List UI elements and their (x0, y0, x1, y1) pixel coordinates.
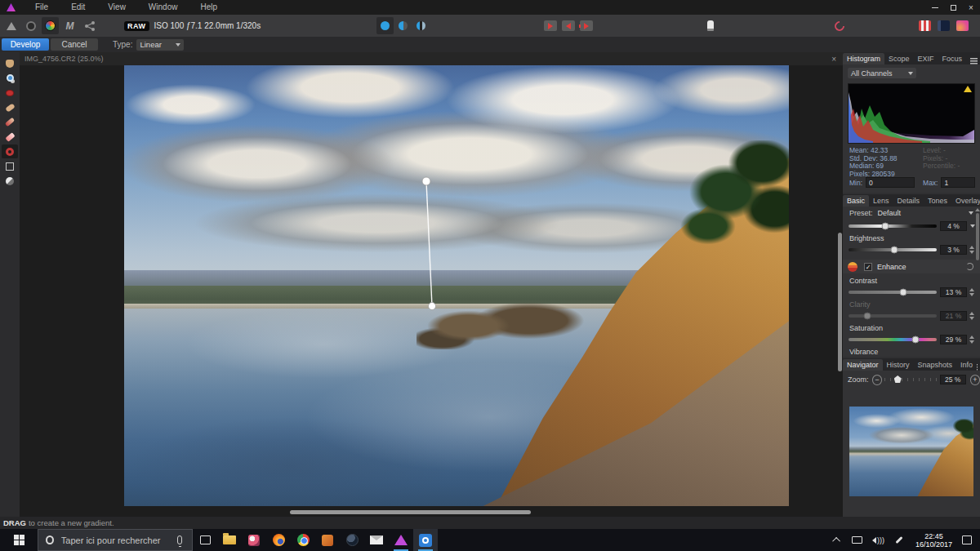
saturation-value[interactable]: 29 % (940, 335, 967, 344)
tab-info[interactable]: Info (956, 359, 977, 371)
store-app-button[interactable] (315, 529, 340, 551)
zoom-in-button[interactable]: + (970, 375, 980, 385)
min-input[interactable] (866, 177, 915, 188)
white-balance-tool[interactable] (2, 174, 18, 188)
clipped-shadows-icon[interactable] (562, 20, 575, 31)
document-close-icon[interactable]: × (831, 55, 836, 64)
menu-view[interactable]: View (96, 0, 137, 15)
warning-icon[interactable] (964, 86, 972, 92)
tab-details[interactable]: Details (893, 195, 924, 207)
tab-exif[interactable]: EXIF (914, 53, 938, 64)
search-input[interactable] (61, 535, 177, 545)
action-center-icon[interactable] (962, 535, 972, 544)
tab-focus[interactable]: Focus (938, 53, 967, 64)
menu-edit[interactable]: Edit (60, 0, 96, 15)
clarity-slider[interactable] (849, 314, 937, 318)
vertical-scrollbar[interactable] (838, 52, 842, 509)
gradient-studio-toggle-icon[interactable] (956, 20, 969, 31)
firefox-button[interactable] (266, 529, 291, 551)
single-view-icon[interactable] (376, 17, 394, 34)
saturation-stepper[interactable] (969, 335, 974, 344)
panel-menu-icon[interactable] (977, 364, 978, 371)
file-explorer-button[interactable] (217, 529, 242, 551)
horizontal-scrollbar[interactable] (20, 510, 843, 514)
paint-app-button[interactable] (242, 529, 266, 551)
mail-button[interactable] (364, 529, 389, 551)
brightness-value[interactable]: 3 % (940, 245, 967, 255)
clarity-stepper[interactable] (969, 312, 974, 320)
gradient-type-select[interactable]: Linear (136, 39, 184, 51)
cancel-button[interactable]: Cancel (51, 38, 98, 51)
tab-history[interactable]: History (883, 359, 914, 371)
menu-window[interactable]: Window (137, 0, 189, 15)
tab-navigator[interactable]: Navigator (843, 359, 883, 371)
red-eye-tool[interactable] (2, 86, 18, 100)
max-input[interactable] (941, 177, 975, 188)
clipped-tones-icon[interactable] (580, 20, 593, 31)
taskbar-clock[interactable]: 22:45 16/10/2017 (915, 532, 952, 549)
reset-icon[interactable] (966, 263, 973, 270)
gradient-overlay[interactable] (124, 65, 789, 506)
microphone-icon[interactable] (177, 535, 182, 544)
exposure-value[interactable]: 4 % (940, 221, 967, 231)
tab-lens[interactable]: Lens (869, 195, 893, 207)
blemish-removal-tool[interactable] (2, 100, 18, 114)
volume-icon[interactable]: ))) (872, 536, 884, 544)
affinity-photo-taskbar-button[interactable] (389, 529, 413, 551)
settings-app-button[interactable] (413, 529, 438, 551)
exposure-slider[interactable] (849, 224, 937, 228)
panel-menu-icon[interactable] (970, 58, 978, 64)
task-view-button[interactable] (193, 529, 217, 551)
menu-file[interactable]: File (24, 0, 60, 15)
tab-basic[interactable]: Basic (843, 195, 869, 207)
contrast-slider[interactable] (849, 291, 937, 294)
overlay-gradient-tool[interactable] (2, 144, 18, 158)
zoom-tool[interactable] (2, 71, 18, 85)
saturation-slider[interactable] (849, 338, 937, 341)
navigator-thumbnail[interactable] (849, 407, 973, 496)
liquify-persona-icon[interactable] (22, 17, 39, 34)
split-view-icon[interactable] (394, 17, 412, 34)
photo-persona-icon[interactable] (2, 17, 20, 34)
assistant-icon[interactable] (707, 20, 714, 31)
tab-tones[interactable]: Tones (924, 195, 951, 207)
tab-snapshots[interactable]: Snapshots (914, 359, 957, 371)
develop-persona-icon[interactable] (42, 17, 59, 34)
tab-scope[interactable]: Scope (884, 53, 914, 64)
zoom-slider[interactable] (884, 376, 938, 383)
clarity-value[interactable]: 21 % (940, 311, 967, 321)
close-button[interactable]: × (962, 0, 980, 15)
restore-button[interactable] (944, 0, 962, 15)
rotate-icon[interactable] (833, 19, 847, 33)
photo-canvas[interactable] (124, 65, 789, 506)
pen-icon[interactable] (895, 536, 902, 544)
export-persona-icon[interactable] (81, 17, 98, 34)
tab-histogram[interactable]: Histogram (843, 53, 884, 64)
preset-value[interactable]: Default (878, 209, 902, 217)
develop-panel-scrollbar[interactable] (975, 208, 979, 355)
overlay-paint-tool[interactable] (2, 115, 18, 129)
start-button[interactable] (0, 529, 38, 551)
zoom-slider-thumb[interactable] (894, 375, 902, 383)
display-icon[interactable] (852, 536, 862, 544)
dark-studio-toggle-icon[interactable] (938, 20, 950, 31)
crop-tool[interactable] (2, 159, 18, 173)
brightness-stepper[interactable] (969, 246, 974, 254)
enhance-checkbox[interactable]: ✓ (864, 263, 872, 271)
chrome-button[interactable] (291, 529, 315, 551)
channel-selector[interactable]: All Channels (848, 68, 916, 78)
mirror-view-icon[interactable] (412, 17, 430, 34)
chevron-down-icon[interactable] (969, 211, 973, 215)
taskbar-search[interactable] (38, 529, 193, 551)
tab-overlays[interactable]: Overlays (951, 195, 980, 207)
develop-button[interactable]: Develop (2, 38, 49, 51)
contrast-stepper[interactable] (969, 288, 974, 296)
overlay-erase-tool[interactable] (2, 130, 18, 144)
view-tool[interactable] (2, 56, 18, 70)
contrast-value[interactable]: 13 % (940, 287, 967, 297)
media-app-button[interactable] (340, 529, 364, 551)
menu-help[interactable]: Help (189, 0, 229, 15)
tone-mapping-persona-icon[interactable]: M (61, 17, 78, 34)
clipped-highlights-icon[interactable] (544, 20, 557, 31)
brightness-slider[interactable] (849, 248, 937, 251)
